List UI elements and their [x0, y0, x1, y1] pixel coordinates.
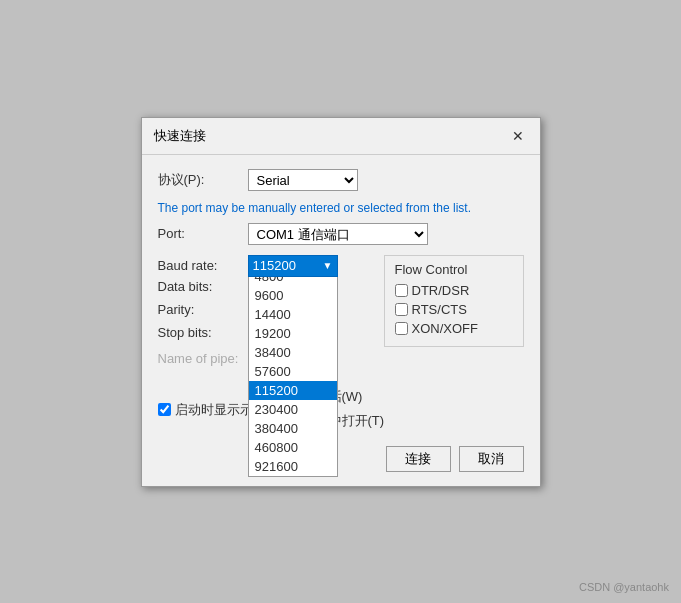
left-column: Baud rate: 115200 ▼ 11030060012002400480… — [158, 255, 368, 378]
baud-rate-option[interactable]: 19200 — [249, 324, 337, 343]
baud-rate-option[interactable]: 57600 — [249, 362, 337, 381]
xon-xoff-row: XON/XOFF — [395, 321, 513, 336]
baud-arrow-icon: ▼ — [323, 260, 333, 271]
baud-rate-row: Baud rate: 115200 ▼ 11030060012002400480… — [158, 255, 368, 277]
baud-rate-option[interactable]: 4800 — [249, 277, 337, 286]
dtr-dsr-checkbox[interactable] — [395, 284, 408, 297]
protocol-select[interactable]: Serial — [248, 169, 358, 191]
pipe-label: Name of pipe: — [158, 351, 248, 366]
protocol-label: 协议(P): — [158, 171, 248, 189]
connect-button[interactable]: 连接 — [386, 446, 451, 472]
baud-rate-option[interactable]: 38400 — [249, 343, 337, 362]
rts-cts-label: RTS/CTS — [412, 302, 467, 317]
bottom-section: 启动时显示示 保存会话(W) 在标签中打开(T) — [158, 388, 524, 432]
baud-rate-option[interactable]: 921600 — [249, 457, 337, 476]
dtr-dsr-label: DTR/DSR — [412, 283, 470, 298]
baud-selected-value: 115200 — [253, 258, 296, 273]
startup-label: 启动时显示示 — [175, 401, 253, 419]
port-select[interactable]: COM1 通信端口 — [248, 223, 428, 245]
baud-rate-list[interactable]: 1103006001200240048009600144001920038400… — [248, 277, 338, 477]
right-column: Flow Control DTR/DSR RTS/CTS XON/XOFF — [384, 255, 524, 378]
dialog-title: 快速连接 — [154, 127, 206, 145]
flow-control-box: Flow Control DTR/DSR RTS/CTS XON/XOFF — [384, 255, 524, 347]
protocol-row: 协议(P): Serial — [158, 169, 524, 191]
startup-checkbox-row: 启动时显示示 — [158, 401, 253, 419]
baud-rate-display[interactable]: 115200 ▼ — [248, 255, 338, 277]
dialog-body: 协议(P): Serial The port may be manually e… — [142, 155, 540, 486]
data-bits-label: Data bits: — [158, 279, 248, 294]
startup-checkbox[interactable] — [158, 403, 171, 416]
main-area: Baud rate: 115200 ▼ 11030060012002400480… — [158, 255, 524, 378]
baud-rate-option[interactable]: 14400 — [249, 305, 337, 324]
baud-rate-option[interactable]: 380400 — [249, 419, 337, 438]
dialog: 快速连接 ✕ 协议(P): Serial The port may be man… — [141, 117, 541, 487]
baud-rate-option[interactable]: 115200 — [249, 381, 337, 400]
rts-cts-checkbox[interactable] — [395, 303, 408, 316]
hint-text: The port may be manually entered or sele… — [158, 201, 524, 215]
baud-rate-option[interactable]: 9600 — [249, 286, 337, 305]
dtr-dsr-row: DTR/DSR — [395, 283, 513, 298]
port-row: Port: COM1 通信端口 — [158, 223, 524, 245]
xon-xoff-checkbox[interactable] — [395, 322, 408, 335]
port-label: Port: — [158, 226, 248, 241]
buttons-row: 连接 取消 — [158, 446, 524, 472]
rts-cts-row: RTS/CTS — [395, 302, 513, 317]
xon-xoff-label: XON/XOFF — [412, 321, 478, 336]
watermark: CSDN @yantaohk — [579, 581, 669, 593]
baud-rate-option[interactable]: 460800 — [249, 438, 337, 457]
parity-label: Parity: — [158, 302, 248, 317]
baud-rate-option[interactable]: 230400 — [249, 400, 337, 419]
title-bar: 快速连接 ✕ — [142, 118, 540, 155]
cancel-button[interactable]: 取消 — [459, 446, 524, 472]
close-button[interactable]: ✕ — [508, 126, 528, 146]
flow-control-title: Flow Control — [395, 262, 513, 277]
stop-bits-label: Stop bits: — [158, 325, 248, 340]
baud-rate-label: Baud rate: — [158, 255, 248, 273]
baud-rate-dropdown[interactable]: 115200 ▼ 1103006001200240048009600144001… — [248, 255, 338, 277]
